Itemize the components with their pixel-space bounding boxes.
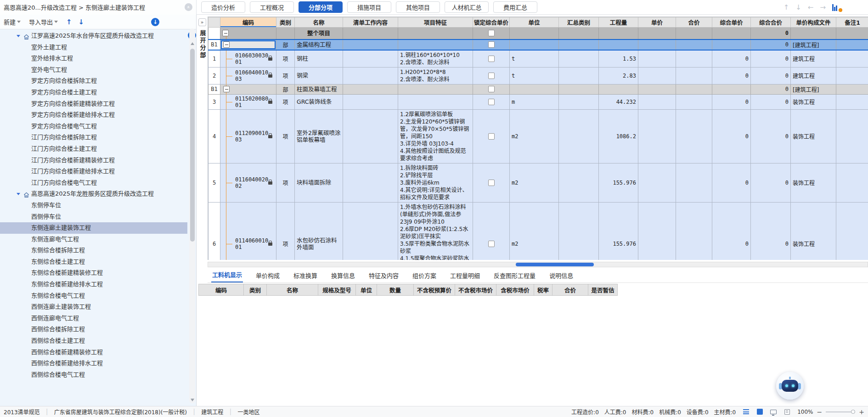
tree-item[interactable]: 室外给排水工程	[0, 53, 187, 64]
tree-item[interactable]: 室外土建工程	[0, 42, 187, 53]
tree-item[interactable]: 江门方向综合楼土建工程	[0, 143, 187, 155]
zoom-slider-knob[interactable]	[851, 410, 855, 414]
collapse-icon[interactable]	[222, 30, 229, 36]
detail-column-header-11[interactable]: 合价	[552, 284, 588, 296]
boq-row-item[interactable]: 6011406001001项水包砂仿石涂料外墙面1.外墙水包砂仿石涂料涂料(单缝…	[209, 202, 868, 260]
move-down-button[interactable]: ↓	[79, 18, 85, 26]
detail-column-header-8[interactable]: 不含税市场价	[455, 284, 496, 296]
column-header-4[interactable]: 清单工作内容	[343, 17, 398, 28]
download-icon[interactable]: ↓	[151, 18, 159, 26]
zoom-slider[interactable]	[826, 411, 855, 412]
nav-back-icon[interactable]: ←	[808, 3, 814, 11]
detail-column-header-5[interactable]: 单位	[356, 284, 377, 296]
tree-item[interactable]: 江门方向综合楼电气工程	[0, 177, 187, 189]
detail-column-header-4[interactable]: 规格及型号	[318, 284, 356, 296]
lock-price-checkbox[interactable]	[488, 56, 495, 62]
tree-item[interactable]: 江门方向综合楼新建精装修工程	[0, 155, 187, 166]
tree-item[interactable]: 江门方向综合楼新建给排水工程	[0, 166, 187, 177]
boq-row-section[interactable]: B1部金属结构工程0[建筑工程]	[209, 39, 868, 50]
column-header-11[interactable]: 合价	[676, 17, 712, 28]
column-header-9[interactable]: 工程量	[599, 17, 638, 28]
zoom-in-button[interactable]: +	[859, 408, 864, 416]
module-tab-6[interactable]: 人材机汇总	[445, 1, 489, 13]
lock-price-checkbox[interactable]	[488, 180, 495, 186]
boq-row-item[interactable]: 1010603003001项钢柱1.钢柱160*160*10*102.含喷漆、耐…	[209, 50, 868, 68]
lock-price-checkbox[interactable]	[488, 99, 495, 105]
column-header-7[interactable]: 单位	[510, 17, 559, 28]
tree-item[interactable]: 西侧综合楼新建精装修工程	[0, 347, 187, 358]
detail-tab-6[interactable]: 组价方案	[411, 269, 437, 282]
module-tab-1[interactable]: 造价分析	[201, 1, 245, 13]
collapse-panel-icon[interactable]: «	[185, 3, 192, 11]
column-header-2[interactable]: 类别	[276, 17, 295, 28]
assistant-robot[interactable]	[776, 372, 804, 400]
tree-item[interactable]: 罗定方向综合楼拆除工程	[0, 75, 187, 87]
detail-tab-7[interactable]: 工程量明细	[449, 269, 481, 282]
column-header-8[interactable]: 汇总类别	[559, 17, 599, 28]
import-export-button[interactable]: 导入导出	[29, 17, 58, 26]
table-h-scrollbar-thumb[interactable]	[516, 263, 594, 266]
scroll-up-icon[interactable]	[191, 42, 194, 45]
tree-item[interactable]: 东侧综合楼拆除工程	[0, 245, 187, 256]
tree-item[interactable]: 西侧连廊电气工程	[0, 313, 187, 324]
tree-item[interactable]: 东侧综合楼土建工程	[0, 256, 187, 268]
lock-price-checkbox[interactable]	[488, 86, 495, 92]
grid-view-icon[interactable]	[756, 409, 763, 415]
nav-down-icon[interactable]: ↓	[795, 3, 801, 11]
boq-row-item[interactable]: 2010604001003项钢梁1.H200*120*8*82.含喷漆、耐火涂料…	[209, 67, 868, 84]
detail-column-header-10[interactable]: 税率	[534, 284, 552, 296]
status-item-2[interactable]: 广东省房屋建筑与装饰工程综合定额(2018)(一般计税)	[54, 408, 187, 416]
module-tab-4[interactable]: 措施项目	[347, 1, 391, 13]
detail-tab-3[interactable]: 标准换算	[293, 269, 318, 282]
tree-item[interactable]: 西侧综合楼拆除工程	[0, 324, 187, 335]
status-item-4[interactable]: 一类地区	[238, 408, 260, 416]
book-icon[interactable]	[783, 409, 791, 415]
move-up-button[interactable]: ↑	[66, 18, 72, 26]
tree-item[interactable]: 罗定方向综合楼土建工程	[0, 87, 187, 98]
detail-column-header-12[interactable]: 是否暂估	[588, 284, 618, 296]
module-tab-7[interactable]: 费用汇总	[493, 1, 537, 13]
collapse-icon[interactable]	[223, 86, 230, 92]
boq-row-item[interactable]: 3011502008001项GRC装饰线条m44.23200装饰工程	[209, 94, 868, 109]
scroll-down-icon[interactable]	[191, 399, 194, 401]
zoom-out-button[interactable]: −	[817, 408, 823, 416]
boq-row-total[interactable]: 整个项目0	[209, 28, 868, 39]
tree-item[interactable]: 西侧停车位	[0, 211, 187, 223]
collapse-icon[interactable]	[223, 41, 230, 48]
table-h-scrollbar[interactable]	[208, 262, 868, 267]
lock-price-checkbox[interactable]	[488, 30, 495, 36]
detail-tab-1[interactable]: 工料机显示	[211, 268, 243, 282]
column-header-5[interactable]: 项目特征	[398, 17, 473, 28]
column-header-10[interactable]: 单价	[638, 17, 676, 28]
column-header-1[interactable]: 编码	[220, 17, 276, 28]
tree-group-1[interactable]: 江罗高速2025年水台停车区提质升级改造工程	[0, 30, 187, 42]
tree-item[interactable]: 西侧连廊土建装饰工程	[0, 301, 187, 313]
nav-up-icon[interactable]: ↑	[783, 3, 789, 11]
expand-sections-label[interactable]: 展开分部	[198, 30, 206, 59]
lock-price-checkbox[interactable]	[488, 133, 495, 140]
tree-item[interactable]: 东侧综合楼新建精装修工程	[0, 267, 187, 279]
new-button[interactable]: 新建	[4, 17, 21, 26]
tree-item[interactable]: 东侧连廊电气工程	[0, 234, 187, 245]
tree-item[interactable]: 罗定方向综合楼新建给排水工程	[0, 109, 187, 121]
tree-item[interactable]: 东侧停车位	[0, 200, 187, 211]
detail-tab-8[interactable]: 反查图形工程量	[493, 269, 536, 282]
detail-column-header-2[interactable]: 类别	[244, 284, 267, 296]
column-header-3[interactable]: 名称	[295, 17, 343, 28]
detail-tab-2[interactable]: 单价构成	[255, 269, 281, 282]
detail-column-header-9[interactable]: 含税市场价	[496, 284, 534, 296]
tree-item[interactable]: 江门方向综合楼拆除工程	[0, 132, 187, 143]
boq-row-item[interactable]: 5011604002002项块料墙面拆除1.拆除块料面砖2.铲除找平层3.废料外…	[209, 163, 868, 202]
expand-toggle-button[interactable]: »	[198, 18, 206, 26]
status-item-3[interactable]: 建筑工程	[201, 408, 223, 416]
lock-price-checkbox[interactable]	[488, 241, 495, 247]
tree-expand-icon[interactable]	[17, 35, 20, 37]
tree-item[interactable]: 东侧综合楼新建给排水工程	[0, 279, 187, 290]
lock-price-checkbox[interactable]	[488, 73, 495, 79]
column-header-12[interactable]: 综合单价	[712, 17, 751, 28]
tree-item[interactable]: 西侧综合楼电气工程	[0, 369, 187, 381]
nav-forward-icon[interactable]: →	[820, 3, 826, 11]
detail-column-header-6[interactable]: 数量	[377, 284, 414, 296]
column-header-14[interactable]: 单价构成文件	[791, 17, 836, 28]
module-tab-3[interactable]: 分部分项	[299, 1, 343, 13]
